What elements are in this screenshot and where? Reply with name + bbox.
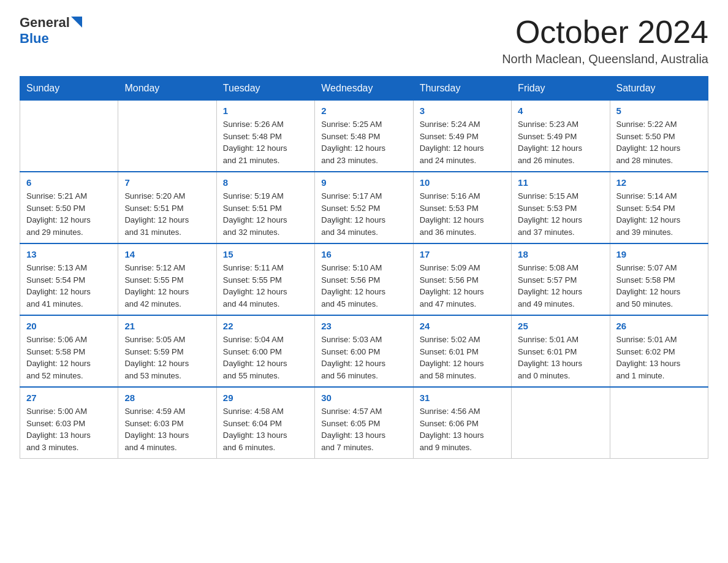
day-info: Sunrise: 5:05 AM Sunset: 5:59 PM Dayligh… — [124, 334, 210, 381]
calendar-cell: 16Sunrise: 5:10 AM Sunset: 5:56 PM Dayli… — [315, 243, 413, 315]
calendar-cell: 3Sunrise: 5:24 AM Sunset: 5:49 PM Daylig… — [413, 101, 511, 172]
day-info: Sunrise: 4:57 AM Sunset: 6:05 PM Dayligh… — [321, 405, 406, 453]
day-number: 29 — [223, 393, 308, 403]
calendar-cell: 20Sunrise: 5:06 AM Sunset: 5:58 PM Dayli… — [20, 315, 118, 387]
day-info: Sunrise: 5:19 AM Sunset: 5:51 PM Dayligh… — [223, 190, 308, 238]
day-info: Sunrise: 5:13 AM Sunset: 5:54 PM Dayligh… — [26, 262, 112, 310]
day-number: 27 — [26, 393, 112, 403]
logo-triangle-icon — [71, 17, 82, 28]
calendar-cell: 23Sunrise: 5:03 AM Sunset: 6:00 PM Dayli… — [315, 315, 413, 387]
day-number: 28 — [124, 393, 210, 403]
week-row-1: 1Sunrise: 5:26 AM Sunset: 5:48 PM Daylig… — [20, 101, 708, 172]
day-info: Sunrise: 5:22 AM Sunset: 5:50 PM Dayligh… — [616, 118, 702, 166]
weekday-header-monday: Monday — [118, 77, 216, 101]
day-number: 25 — [518, 321, 603, 331]
weekday-header-saturday: Saturday — [610, 77, 708, 101]
weekday-header-sunday: Sunday — [20, 77, 118, 101]
week-row-2: 6Sunrise: 5:21 AM Sunset: 5:50 PM Daylig… — [20, 172, 708, 243]
day-info: Sunrise: 5:26 AM Sunset: 5:48 PM Dayligh… — [223, 118, 308, 166]
day-info: Sunrise: 5:10 AM Sunset: 5:56 PM Dayligh… — [321, 262, 406, 310]
week-row-5: 27Sunrise: 5:00 AM Sunset: 6:03 PM Dayli… — [20, 387, 708, 459]
calendar-cell: 17Sunrise: 5:09 AM Sunset: 5:56 PM Dayli… — [413, 243, 511, 315]
calendar-cell: 1Sunrise: 5:26 AM Sunset: 5:48 PM Daylig… — [216, 101, 314, 172]
calendar-cell: 14Sunrise: 5:12 AM Sunset: 5:55 PM Dayli… — [118, 243, 216, 315]
page-header: General Blue October 2024 North Maclean,… — [20, 15, 708, 66]
week-row-4: 20Sunrise: 5:06 AM Sunset: 5:58 PM Dayli… — [20, 315, 708, 387]
calendar-cell — [118, 101, 216, 172]
day-number: 20 — [26, 321, 112, 331]
calendar-cell: 26Sunrise: 5:01 AM Sunset: 6:02 PM Dayli… — [610, 315, 708, 387]
day-number: 19 — [616, 249, 702, 259]
location-subtitle: North Maclean, Queensland, Australia — [502, 52, 708, 66]
day-info: Sunrise: 5:12 AM Sunset: 5:55 PM Dayligh… — [124, 262, 210, 310]
day-info: Sunrise: 5:20 AM Sunset: 5:51 PM Dayligh… — [124, 190, 210, 238]
calendar-cell: 7Sunrise: 5:20 AM Sunset: 5:51 PM Daylig… — [118, 172, 216, 243]
day-number: 12 — [616, 177, 702, 188]
day-info: Sunrise: 5:09 AM Sunset: 5:56 PM Dayligh… — [420, 262, 505, 310]
day-number: 31 — [420, 393, 505, 403]
day-number: 10 — [420, 177, 505, 188]
calendar-cell: 15Sunrise: 5:11 AM Sunset: 5:55 PM Dayli… — [216, 243, 314, 315]
weekday-header-row: SundayMondayTuesdayWednesdayThursdayFrid… — [20, 77, 708, 101]
day-number: 4 — [518, 105, 603, 116]
day-info: Sunrise: 5:01 AM Sunset: 6:02 PM Dayligh… — [616, 334, 702, 381]
day-info: Sunrise: 5:17 AM Sunset: 5:52 PM Dayligh… — [321, 190, 406, 238]
week-row-3: 13Sunrise: 5:13 AM Sunset: 5:54 PM Dayli… — [20, 243, 708, 315]
day-info: Sunrise: 5:14 AM Sunset: 5:54 PM Dayligh… — [616, 190, 702, 238]
day-number: 26 — [616, 321, 702, 331]
day-info: Sunrise: 5:02 AM Sunset: 6:01 PM Dayligh… — [420, 334, 505, 381]
day-info: Sunrise: 5:11 AM Sunset: 5:55 PM Dayligh… — [223, 262, 308, 310]
calendar-cell: 29Sunrise: 4:58 AM Sunset: 6:04 PM Dayli… — [216, 387, 314, 459]
day-number: 9 — [321, 177, 406, 188]
calendar-cell: 6Sunrise: 5:21 AM Sunset: 5:50 PM Daylig… — [20, 172, 118, 243]
day-number: 16 — [321, 249, 406, 259]
day-number: 5 — [616, 105, 702, 116]
logo-general-text: General — [20, 15, 70, 31]
calendar-cell: 27Sunrise: 5:00 AM Sunset: 6:03 PM Dayli… — [20, 387, 118, 459]
calendar-cell: 24Sunrise: 5:02 AM Sunset: 6:01 PM Dayli… — [413, 315, 511, 387]
day-number: 13 — [26, 249, 112, 259]
weekday-header-friday: Friday — [512, 77, 610, 101]
day-number: 1 — [223, 105, 308, 116]
day-number: 8 — [223, 177, 308, 188]
day-number: 11 — [518, 177, 603, 188]
day-number: 3 — [420, 105, 505, 116]
day-info: Sunrise: 5:23 AM Sunset: 5:49 PM Dayligh… — [518, 118, 603, 166]
calendar-cell: 2Sunrise: 5:25 AM Sunset: 5:48 PM Daylig… — [315, 101, 413, 172]
day-info: Sunrise: 5:24 AM Sunset: 5:49 PM Dayligh… — [420, 118, 505, 166]
calendar-cell: 28Sunrise: 4:59 AM Sunset: 6:03 PM Dayli… — [118, 387, 216, 459]
calendar-cell: 22Sunrise: 5:04 AM Sunset: 6:00 PM Dayli… — [216, 315, 314, 387]
day-number: 30 — [321, 393, 406, 403]
day-number: 17 — [420, 249, 505, 259]
day-info: Sunrise: 4:58 AM Sunset: 6:04 PM Dayligh… — [223, 405, 308, 453]
calendar-cell: 5Sunrise: 5:22 AM Sunset: 5:50 PM Daylig… — [610, 101, 708, 172]
day-info: Sunrise: 5:04 AM Sunset: 6:00 PM Dayligh… — [223, 334, 308, 381]
day-info: Sunrise: 4:59 AM Sunset: 6:03 PM Dayligh… — [124, 405, 210, 453]
day-number: 6 — [26, 177, 112, 188]
calendar-cell: 25Sunrise: 5:01 AM Sunset: 6:01 PM Dayli… — [512, 315, 610, 387]
logo-blue-text: Blue — [20, 31, 49, 46]
calendar-cell: 31Sunrise: 4:56 AM Sunset: 6:06 PM Dayli… — [413, 387, 511, 459]
weekday-header-thursday: Thursday — [413, 77, 511, 101]
calendar-cell: 9Sunrise: 5:17 AM Sunset: 5:52 PM Daylig… — [315, 172, 413, 243]
day-number: 23 — [321, 321, 406, 331]
calendar-cell — [512, 387, 610, 459]
weekday-header-wednesday: Wednesday — [315, 77, 413, 101]
day-info: Sunrise: 5:15 AM Sunset: 5:53 PM Dayligh… — [518, 190, 603, 238]
calendar-cell: 12Sunrise: 5:14 AM Sunset: 5:54 PM Dayli… — [610, 172, 708, 243]
calendar-cell: 21Sunrise: 5:05 AM Sunset: 5:59 PM Dayli… — [118, 315, 216, 387]
calendar-cell: 11Sunrise: 5:15 AM Sunset: 5:53 PM Dayli… — [512, 172, 610, 243]
logo: General Blue — [20, 15, 82, 47]
day-number: 18 — [518, 249, 603, 259]
calendar-cell — [20, 101, 118, 172]
day-info: Sunrise: 5:06 AM Sunset: 5:58 PM Dayligh… — [26, 334, 112, 381]
calendar-cell: 19Sunrise: 5:07 AM Sunset: 5:58 PM Dayli… — [610, 243, 708, 315]
day-info: Sunrise: 5:08 AM Sunset: 5:57 PM Dayligh… — [518, 262, 603, 310]
calendar-cell — [610, 387, 708, 459]
day-number: 21 — [124, 321, 210, 331]
calendar-cell: 10Sunrise: 5:16 AM Sunset: 5:53 PM Dayli… — [413, 172, 511, 243]
title-block: October 2024 North Maclean, Queensland, … — [502, 15, 708, 66]
weekday-header-tuesday: Tuesday — [216, 77, 314, 101]
calendar-cell: 30Sunrise: 4:57 AM Sunset: 6:05 PM Dayli… — [315, 387, 413, 459]
day-number: 2 — [321, 105, 406, 116]
